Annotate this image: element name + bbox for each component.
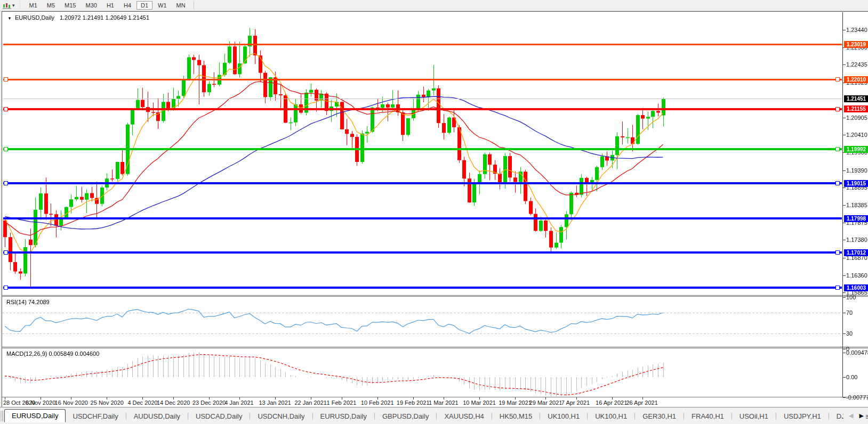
date-label: 22 Jan 2021	[294, 399, 327, 406]
macd-axis-label: 0.009478	[846, 349, 868, 356]
panel-separator[interactable]	[2, 296, 868, 297]
rsi-label: RSI(14) 74.2089	[6, 299, 50, 305]
level-price-tag-1.16003: 1.16003	[844, 284, 868, 291]
level-price-tag-1.22010: 1.22010	[844, 76, 868, 83]
level-price-tag-1.17012: 1.17012	[844, 249, 868, 256]
date-label: 7 Apr 2021	[561, 399, 590, 406]
timeframe-button-m5[interactable]: M5	[43, 1, 59, 10]
horizontal-level-line-1.17998[interactable]	[3, 217, 842, 219]
chart-tab-usdcnh-daily[interactable]: USDCNH,Daily	[251, 411, 311, 422]
chart-tab-usdchf-daily[interactable]: USDCHF,Daily	[66, 411, 125, 422]
level-line-handle[interactable]	[835, 77, 840, 81]
panel-separator[interactable]	[2, 347, 868, 347]
horizontal-level-line-1.23019[interactable]	[3, 44, 842, 45]
chart-tab-audusd-daily[interactable]: AUDUSD,Daily	[127, 411, 187, 422]
chart-symbol-label: EURUSD,Daily	[15, 14, 54, 21]
axis-tick	[843, 135, 846, 135]
chart-tab-eurusd-daily[interactable]: EURUSD,Daily	[4, 409, 66, 422]
chart-window: ▼EURUSD,Daily1.20972 1.21491 1.20649 1.2…	[2, 11, 868, 407]
date-label: 14 Dec 2020	[157, 399, 190, 406]
date-label: 16 Nov 2020	[55, 399, 88, 406]
chart-tab-eurusd-daily[interactable]: EURUSD,Daily	[314, 411, 374, 422]
date-label: 19 Feb 2021	[397, 399, 430, 406]
tab-divider	[634, 413, 635, 420]
horizontal-level-line-1.16003[interactable]	[3, 287, 842, 289]
axis-tick	[843, 333, 846, 334]
timeframe-button-mn[interactable]: MN	[172, 1, 190, 10]
chart-title: ▼EURUSD,Daily1.20972 1.21491 1.20649 1.2…	[7, 14, 149, 21]
level-line-handle[interactable]	[4, 286, 8, 290]
panel-separator[interactable]	[2, 295, 868, 296]
date-label: 4 Dec 2020	[127, 399, 157, 406]
scroll-tabs-right-icon[interactable]: ▶	[859, 412, 864, 419]
date-label: 13 Jan 2021	[259, 399, 291, 406]
level-line-handle[interactable]	[4, 250, 8, 255]
horizontal-level-line-1.17012[interactable]	[3, 251, 842, 254]
chart-tab-usdcad-daily[interactable]: USDCAD,Daily	[189, 411, 249, 422]
chart-tab-hk50-m15[interactable]: HK50,M15	[493, 411, 539, 422]
date-label: 16 Apr 2021	[596, 399, 627, 406]
chart-tab-xauusd-h4[interactable]: XAUUSD,H4	[437, 411, 491, 422]
chart-tab-fra40-h1[interactable]: FRA40,H1	[685, 411, 731, 422]
price-tick-label: 1.20905	[846, 115, 867, 121]
level-line-handle[interactable]	[835, 286, 840, 290]
chart-type-dropdown-caret[interactable]: ▾	[12, 3, 15, 8]
level-price-tag-1.17998: 1.17998	[844, 215, 868, 222]
tab-bar-grip[interactable]	[0, 411, 3, 421]
date-label: 23 Dec 2020	[192, 399, 226, 406]
axis-tick	[843, 118, 846, 118]
level-line-handle[interactable]	[835, 107, 840, 111]
timeframe-button-w1[interactable]: W1	[154, 1, 171, 10]
level-line-handle[interactable]	[835, 250, 840, 255]
panel-separator[interactable]	[2, 348, 868, 348]
rsi-value: 74.2089	[28, 299, 50, 305]
tab-divider	[312, 413, 313, 420]
timeframe-button-m1[interactable]: M1	[25, 1, 42, 10]
chart-type-icon[interactable]	[2, 2, 12, 9]
rsi-panel-canvas[interactable]	[2, 297, 842, 347]
axis-tick	[843, 170, 846, 171]
collapse-triangle-icon[interactable]: ▼	[7, 16, 12, 21]
tab-divider	[732, 413, 732, 420]
scroll-tabs-left-icon[interactable]: ◀	[849, 412, 853, 419]
rsi-axis-label: 100	[846, 294, 856, 300]
date-label: 25 Nov 2020	[91, 399, 124, 406]
horizontal-level-line-1.19992[interactable]	[3, 148, 842, 150]
level-line-handle[interactable]	[4, 181, 8, 185]
level-line-handle[interactable]	[4, 77, 8, 81]
chart-tab-uk100-h1[interactable]: UK100,H1	[588, 411, 634, 422]
level-line-handle[interactable]	[835, 147, 840, 151]
axis-tick	[843, 187, 846, 188]
horizontal-level-line-1.21155[interactable]	[3, 108, 842, 110]
tab-divider	[126, 413, 126, 420]
horizontal-level-line-1.19015[interactable]	[3, 182, 842, 184]
chart-tab-gbpusd-daily[interactable]: GBPUSD,Daily	[375, 411, 436, 422]
price-tick-label: 1.22435	[846, 61, 867, 68]
timeframe-button-h4[interactable]: H4	[119, 1, 135, 10]
date-label: 1 Feb 2021	[327, 399, 357, 406]
timeframe-button-m15[interactable]: M15	[60, 1, 80, 10]
macd-panel-canvas[interactable]	[2, 348, 842, 397]
timeframe-button-d1[interactable]: D1	[136, 1, 152, 10]
chart-tab-ger30-h1[interactable]: GER30,H1	[636, 411, 683, 422]
chart-type-glyph	[3, 2, 11, 9]
level-line-handle[interactable]	[4, 107, 8, 111]
level-line-handle[interactable]	[4, 147, 8, 151]
timeframe-button-h1[interactable]: H1	[102, 1, 118, 10]
toolbar-separator	[194, 2, 194, 9]
date-label: 6 Nov 2020	[26, 399, 55, 406]
date-label: 1 Mar 2021	[429, 399, 459, 406]
chart-tab-usdjpy-h1[interactable]: USDJPY,H1	[777, 411, 828, 422]
axis-tick	[843, 205, 846, 206]
date-label: 4 Jan 2021	[224, 399, 253, 406]
horizontal-level-line-1.22010[interactable]	[3, 79, 842, 80]
timeframe-button-m30[interactable]: M30	[82, 1, 101, 10]
axis-tick	[843, 292, 846, 293]
chart-tab-uk100-h1[interactable]: UK100,H1	[541, 411, 586, 422]
axis-tick	[843, 313, 846, 313]
tab-divider	[188, 413, 188, 420]
tab-divider	[540, 413, 540, 420]
axis-tick	[843, 297, 846, 298]
chart-tab-usoil-h1[interactable]: USOil,H1	[733, 411, 775, 422]
level-line-handle[interactable]	[835, 181, 840, 185]
